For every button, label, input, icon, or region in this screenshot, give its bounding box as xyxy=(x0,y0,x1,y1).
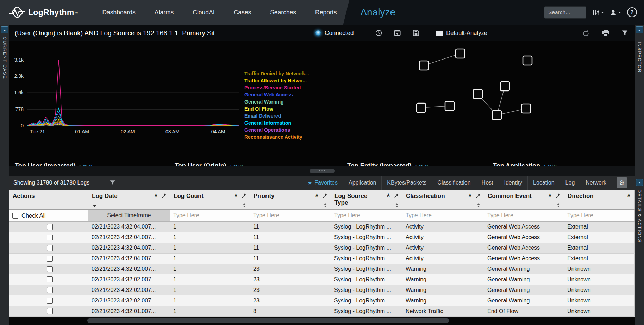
grid-tab-location[interactable]: Location xyxy=(527,176,560,190)
graph-node[interactable] xyxy=(521,104,531,113)
legend-item-traffic-denied-by-network-[interactable]: Traffic Denied by Network... xyxy=(244,70,309,77)
column-header-log-count[interactable]: Log Count★ xyxy=(170,190,250,209)
legend-item-general-operations[interactable]: General Operations xyxy=(244,126,309,133)
filter-input-priority[interactable]: Type Here xyxy=(250,210,331,221)
sort-toggle-icon[interactable] xyxy=(324,203,327,207)
pin-icon[interactable] xyxy=(162,193,167,198)
pin-icon[interactable] xyxy=(556,193,561,198)
sort-toggle-icon[interactable] xyxy=(243,203,246,207)
log-row[interactable]: 02/21/2023 4:32:04.007...111Syslog - Log… xyxy=(9,232,635,243)
log-row[interactable]: 02/21/2023 4:32:04.007...111Syslog - Log… xyxy=(9,254,635,264)
current-case-tab[interactable]: CURRENT CASE xyxy=(2,37,7,79)
details-actions-tab[interactable]: DETAILS & ACTIONS xyxy=(637,189,642,243)
grid-tab-application[interactable]: Application xyxy=(343,176,381,190)
nav-item-analyze[interactable]: Analyze xyxy=(351,1,405,24)
legend-item-general-information[interactable]: General Information xyxy=(244,119,309,126)
row-checkbox[interactable] xyxy=(47,266,53,272)
filter-button[interactable] xyxy=(622,30,628,36)
grid-tab-classification[interactable]: Classification xyxy=(432,176,476,190)
row-checkbox[interactable] xyxy=(47,235,53,240)
print-button[interactable] xyxy=(602,30,609,36)
graph-node[interactable] xyxy=(492,111,501,120)
star-icon[interactable]: ★ xyxy=(314,193,319,198)
column-header-log-date[interactable]: Log Date★ xyxy=(88,190,170,209)
sort-toggle-icon[interactable] xyxy=(477,203,480,207)
filter-input-log-source-type[interactable]: Type Here xyxy=(331,210,402,221)
row-checkbox[interactable] xyxy=(47,224,53,230)
grid-filter-icon[interactable] xyxy=(110,180,115,186)
graph-node[interactable] xyxy=(445,101,454,111)
legend-item-process-service-started[interactable]: Process/Service Started xyxy=(244,84,309,91)
grid-tab-identity[interactable]: Identity xyxy=(499,176,528,190)
help-button[interactable]: ? xyxy=(627,7,637,17)
expand-inspector-button[interactable]: ◂ xyxy=(636,26,643,33)
column-header-direction[interactable]: Direction★ xyxy=(564,190,635,209)
timeframe-filter-button[interactable]: Select Timeframe xyxy=(88,210,170,221)
brand[interactable]: LogRhythm ™ xyxy=(9,6,78,19)
star-icon[interactable]: ★ xyxy=(233,193,238,198)
filter-input-direction[interactable]: Type Here xyxy=(564,210,635,221)
log-row[interactable]: 02/21/2023 4:32:02.007...123Syslog - Log… xyxy=(9,264,635,275)
row-checkbox[interactable] xyxy=(47,308,53,314)
time-range-button[interactable] xyxy=(375,30,382,36)
legend-item-reconnaissance-activity[interactable]: Reconnaissance Activity xyxy=(244,133,309,140)
nav-item-cases[interactable]: Cases xyxy=(224,0,261,25)
panel-resize-handle[interactable] xyxy=(310,169,335,173)
star-icon[interactable]: ★ xyxy=(548,193,552,198)
grid-tab-host[interactable]: Host xyxy=(476,176,499,190)
save-layout-button[interactable] xyxy=(413,30,419,36)
grid-settings-button[interactable]: ⚙ xyxy=(617,177,627,188)
row-checkbox[interactable] xyxy=(47,287,53,293)
row-checkbox[interactable] xyxy=(47,276,53,282)
legend-item-traffic-allowed-by-netwo-[interactable]: Traffic Allowed by Netwo... xyxy=(244,77,309,84)
nav-item-alarms[interactable]: Alarms xyxy=(145,0,183,25)
log-row[interactable]: 02/21/2023 4:32:01.007...18Syslog - LogR… xyxy=(9,306,635,317)
grid-tab-kbytes-packets[interactable]: KBytes/Packets xyxy=(381,176,432,190)
grid-tab-network[interactable]: Network xyxy=(580,176,612,190)
legend-item-end-of-flow[interactable]: End Of Flow xyxy=(244,105,309,112)
nav-item-dashboards[interactable]: Dashboards xyxy=(93,0,145,25)
graph-node[interactable] xyxy=(419,61,429,70)
star-icon[interactable]: ★ xyxy=(626,193,631,198)
column-header-priority[interactable]: Priority★ xyxy=(250,190,331,209)
pin-icon[interactable] xyxy=(476,193,481,198)
grid-tab-favorites[interactable]: ★Favorites xyxy=(302,176,343,190)
log-row[interactable]: 02/21/2023 4:32:04.007...111Syslog - Log… xyxy=(9,222,635,232)
column-header-classification[interactable]: Classification★ xyxy=(402,190,484,209)
pin-icon[interactable] xyxy=(394,193,399,198)
nav-item-searches[interactable]: Searches xyxy=(261,0,306,25)
nav-item-reports[interactable]: Reports xyxy=(306,0,346,25)
filter-input-log-count[interactable]: Type Here xyxy=(170,210,250,221)
undo-button[interactable] xyxy=(582,30,589,37)
sort-toggle-icon[interactable] xyxy=(557,203,560,207)
legend-item-general-web-access[interactable]: General Web Access xyxy=(244,91,309,98)
horizontal-scrollbar-track[interactable] xyxy=(9,317,635,325)
filter-settings-button[interactable] xyxy=(592,9,604,15)
sort-toggle-icon[interactable] xyxy=(395,203,398,207)
user-menu-button[interactable] xyxy=(610,9,621,16)
filter-input-common-event[interactable]: Type Here xyxy=(484,210,564,221)
row-checkbox[interactable] xyxy=(47,245,53,251)
legend-item-email-delivered[interactable]: Email Delivered xyxy=(244,112,309,119)
star-icon[interactable]: ★ xyxy=(154,193,158,198)
pin-icon[interactable] xyxy=(242,193,246,198)
log-row[interactable]: 02/21/2023 4:32:04.007...111Syslog - Log… xyxy=(9,243,635,254)
layout-selector[interactable]: Default-Analyze xyxy=(436,30,487,36)
graph-node[interactable] xyxy=(456,49,465,58)
graph-node[interactable] xyxy=(473,89,482,99)
column-header-log-source-type[interactable]: Log Source Type★ xyxy=(331,190,402,209)
column-header-actions[interactable]: Actions xyxy=(9,190,88,209)
log-row[interactable]: 02/21/2023 4:32:02.007...123Syslog - Log… xyxy=(9,295,635,306)
graph-node[interactable] xyxy=(500,82,509,91)
graph-node[interactable] xyxy=(523,56,532,65)
legend-item-general-warning[interactable]: General Warning xyxy=(244,98,309,105)
filter-input-classification[interactable]: Type Here xyxy=(402,210,484,221)
log-row[interactable]: 02/21/2023 4:32:02.007...123Syslog - Log… xyxy=(9,285,635,295)
nav-item-cloudai[interactable]: CloudAI xyxy=(183,0,224,25)
graph-node[interactable] xyxy=(417,103,426,112)
inspector-tab[interactable]: INSPECTOR xyxy=(637,42,642,73)
pin-icon[interactable] xyxy=(323,193,327,198)
star-icon[interactable]: ★ xyxy=(386,193,391,198)
star-icon[interactable]: ★ xyxy=(468,193,473,198)
expand-current-case-button[interactable]: ▸ xyxy=(1,26,8,33)
